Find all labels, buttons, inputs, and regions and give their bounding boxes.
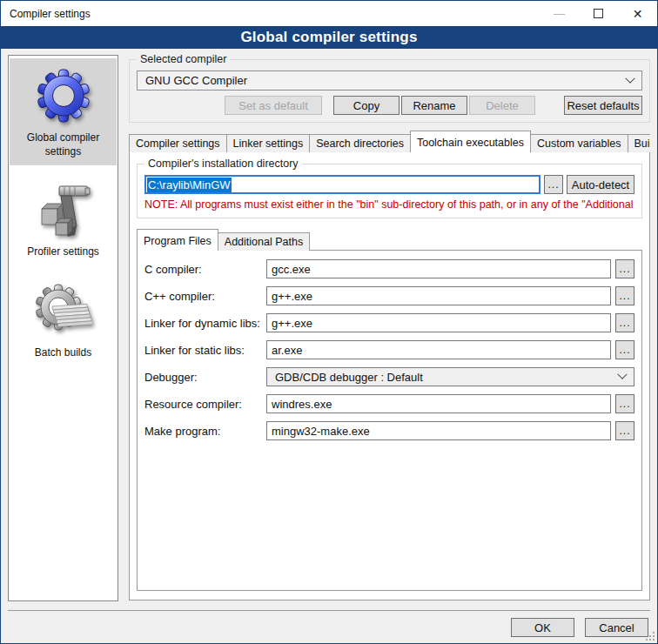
dynamic-linker-input[interactable]	[266, 313, 611, 332]
browse-c-compiler-button[interactable]: ...	[615, 259, 634, 278]
note-text: NOTE: All programs must exist either in …	[144, 198, 634, 211]
toolchain-executables-panel: Compiler's installation directory C:\ray…	[129, 151, 650, 600]
form-row-debugger: Debugger: GDB/CDB debugger : Default	[144, 367, 634, 386]
field-label: Make program:	[144, 425, 266, 438]
form-row-make-program: Make program: ...	[144, 421, 634, 440]
caliper-icon	[34, 180, 93, 239]
window-title: Compiler settings	[1, 8, 540, 20]
auto-detect-button[interactable]: Auto-detect	[567, 175, 634, 194]
installation-directory-group: Compiler's installation directory C:\ray…	[137, 164, 642, 218]
browse-static-linker-button[interactable]: ...	[615, 340, 634, 359]
minimize-button[interactable]: —	[540, 1, 579, 26]
tab-search-directories[interactable]: Search directories	[309, 134, 411, 152]
dialog-footer: OK Cancel	[1, 600, 657, 643]
titlebar: Compiler settings — ✕	[1, 1, 657, 26]
tab-build-options[interactable]: Build	[628, 134, 650, 152]
field-label: Linker for dynamic libs:	[144, 317, 266, 330]
program-files-tabbar: Program Files Additional Paths	[137, 229, 642, 251]
installation-directory-input[interactable]: C:\raylib\MinGW	[144, 175, 540, 194]
compiler-select[interactable]: GNU GCC Compiler	[137, 70, 642, 91]
field-label: Debugger:	[144, 371, 266, 384]
sidebar-item-label: Profiler settings	[27, 245, 99, 259]
close-icon: ✕	[633, 7, 643, 21]
sidebar-item-label: Batch builds	[35, 346, 91, 360]
selected-text: C:\raylib\MinGW	[147, 178, 232, 192]
chevron-down-icon	[625, 73, 634, 83]
browse-cpp-compiler-button[interactable]: ...	[615, 286, 634, 305]
maximize-button[interactable]	[579, 1, 618, 26]
debugger-select[interactable]: GDB/CDB debugger : Default	[266, 367, 634, 386]
chevron-down-icon	[617, 370, 627, 379]
tab-linker-settings[interactable]: Linker settings	[226, 134, 311, 152]
selected-compiler-group: Selected compiler GNU GCC Compiler Set a…	[129, 59, 650, 123]
browse-resource-compiler-button[interactable]: ...	[615, 394, 634, 413]
program-files-panel: C compiler: ... C++ compiler: ... Linker…	[137, 250, 642, 591]
cancel-button[interactable]: Cancel	[585, 618, 648, 637]
field-label: C++ compiler:	[144, 290, 266, 303]
sidebar-item-profiler-settings[interactable]: Profiler settings	[10, 172, 117, 266]
resource-compiler-input[interactable]	[266, 394, 611, 413]
static-linker-input[interactable]	[266, 340, 611, 359]
c-compiler-input[interactable]	[266, 259, 611, 278]
form-row-static-linker: Linker for static libs: ...	[144, 340, 634, 359]
form-row-dynamic-linker: Linker for dynamic libs: ...	[144, 313, 634, 332]
page-title: Global compiler settings	[1, 26, 657, 49]
tab-program-files[interactable]: Program Files	[137, 229, 218, 251]
cpp-compiler-input[interactable]	[266, 286, 611, 305]
field-label: Linker for static libs:	[144, 344, 266, 357]
tab-additional-paths[interactable]: Additional Paths	[218, 232, 310, 251]
delete-button[interactable]: Delete	[469, 96, 535, 115]
sidebar-item-label: Global compiler settings	[11, 131, 115, 158]
maximize-icon	[594, 9, 603, 18]
sidebar-item-batch-builds[interactable]: Batch builds	[10, 273, 117, 367]
browse-make-program-button[interactable]: ...	[615, 421, 634, 440]
group-label: Compiler's installation directory	[144, 158, 302, 170]
compiler-select-value: GNU GCC Compiler	[145, 74, 627, 87]
close-button[interactable]: ✕	[618, 1, 657, 26]
ok-button[interactable]: OK	[511, 618, 574, 637]
reset-defaults-button[interactable]: Reset defaults	[564, 96, 642, 115]
rename-button[interactable]: Rename	[401, 96, 467, 115]
blue-gear-icon	[34, 66, 93, 125]
tab-custom-variables[interactable]: Custom variables	[530, 134, 628, 152]
resize-grip[interactable]	[646, 632, 655, 641]
browse-directory-button[interactable]: ...	[544, 175, 563, 194]
make-program-input[interactable]	[266, 421, 611, 440]
browse-dynamic-linker-button[interactable]: ...	[615, 313, 634, 332]
form-row-c-compiler: C compiler: ...	[144, 259, 634, 278]
gear-stack-icon	[34, 281, 93, 340]
form-row-cpp-compiler: C++ compiler: ...	[144, 286, 634, 305]
minimize-icon: —	[554, 7, 565, 20]
settings-category-list: Global compiler settings	[8, 55, 118, 601]
group-label: Selected compiler	[137, 53, 230, 65]
copy-button[interactable]: Copy	[333, 96, 400, 115]
form-row-resource-compiler: Resource compiler: ...	[144, 394, 634, 413]
sidebar-item-global-compiler-settings[interactable]: Global compiler settings	[10, 58, 117, 165]
set-as-default-button[interactable]: Set as default	[225, 96, 322, 115]
settings-tabbar: Compiler settings Linker settings Search…	[129, 131, 650, 152]
debugger-select-value: GDB/CDB debugger : Default	[275, 371, 619, 384]
field-label: Resource compiler:	[144, 398, 266, 411]
tab-toolchain-executables[interactable]: Toolchain executables	[410, 131, 531, 152]
tab-compiler-settings[interactable]: Compiler settings	[129, 134, 227, 152]
field-label: C compiler:	[144, 263, 266, 276]
compiler-settings-dialog: Compiler settings — ✕ Global compiler se…	[0, 0, 658, 644]
